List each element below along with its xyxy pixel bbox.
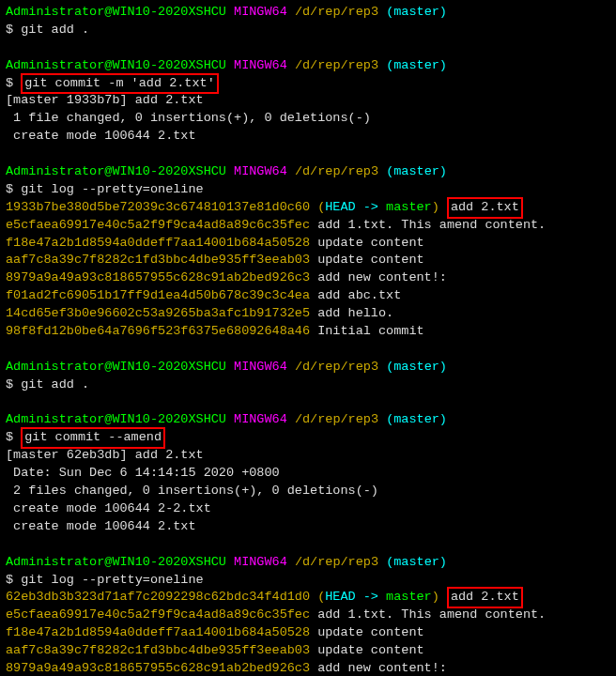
user-host: Administrator@WIN10-2020XSHCU xyxy=(6,164,226,178)
cwd-path: /d/rep/rep3 xyxy=(295,360,378,374)
blank-line xyxy=(6,39,610,57)
git-log-line: 98f8fd12b0be64a7696f523f6375e68092648a46… xyxy=(6,323,610,341)
prompt-dollar: $ xyxy=(6,23,21,37)
git-log-line: e5cfaea69917e40c5a2f9f9ca4ad8a89c6c35fec… xyxy=(6,217,610,235)
commit-hash: 14cd65ef3b0e96602c53a9265ba3afc1b91732e5 xyxy=(6,306,310,320)
command-text: git add . xyxy=(21,23,89,37)
commit-msg: Initial commit xyxy=(310,324,424,338)
shell-tag: MINGW64 xyxy=(234,164,287,178)
commit-hash: aaf7c8a39c7f8282c1fd3bbc4dbe935ff3eeab03 xyxy=(6,253,310,267)
git-log-line: e5cfaea69917e40c5a2f9f9ca4ad8a89c6c35fec… xyxy=(6,607,610,624)
output-line: create mode 100644 2.txt xyxy=(6,518,610,536)
commit-hash: 98f8fd12b0be64a7696f523f6375e68092648a46 xyxy=(6,324,310,338)
user-host: Administrator@WIN10-2020XSHCU xyxy=(6,555,226,569)
output-line: 2 files changed, 0 insertions(+), 0 dele… xyxy=(6,483,610,500)
git-log-line: f18e47a2b1d8594a0ddeff7aa14001b684a50528… xyxy=(6,624,610,642)
prompt-line: Administrator@WIN10-2020XSHCU MINGW64 /d… xyxy=(6,359,610,376)
commit-hash: 8979a9a49a93c818657955c628c91ab2bed926c3 xyxy=(6,270,310,284)
shell-tag: MINGW64 xyxy=(234,5,287,19)
command-text: git log --pretty=oneline xyxy=(21,573,203,587)
commit-msg: add new content!: xyxy=(310,661,447,675)
commit-msg: add hello. xyxy=(310,306,393,320)
branch: (master) xyxy=(386,58,447,72)
branch: (master) xyxy=(386,360,447,374)
output-line: [master 1933b7b] add 2.txt xyxy=(6,92,610,110)
commit-msg: add new content!: xyxy=(310,270,447,284)
highlighted-commit-msg: add 2.txt xyxy=(447,197,523,219)
command-text: git add . xyxy=(21,377,89,392)
commit-hash: aaf7c8a39c7f8282c1fd3bbc4dbe935ff3eeab03 xyxy=(6,643,310,657)
cwd-path: /d/rep/rep3 xyxy=(295,5,378,19)
branch-ref: master xyxy=(386,590,432,604)
cwd-path: /d/rep/rep3 xyxy=(295,58,378,72)
output-line: [master 62eb3db] add 2.txt xyxy=(6,447,610,465)
head-ref: HEAD -> xyxy=(325,590,386,604)
branch: (master) xyxy=(386,555,447,569)
git-log-line: f01ad2fc69051b17ff9d1ea4d50b678c39c3c4ea… xyxy=(6,287,610,305)
commit-hash: f18e47a2b1d8594a0ddeff7aa14001b684a50528 xyxy=(6,236,310,250)
branch-ref: master xyxy=(386,200,432,214)
shell-tag: MINGW64 xyxy=(234,412,287,426)
git-log-line: 14cd65ef3b0e96602c53a9265ba3afc1b91732e5… xyxy=(6,305,610,323)
user-host: Administrator@WIN10-2020XSHCU xyxy=(6,412,226,426)
shell-tag: MINGW64 xyxy=(234,360,287,374)
command-line: $ git commit -m 'add 2.txt' xyxy=(6,75,610,93)
git-log-line: 8979a9a49a93c818657955c628c91ab2bed926c3… xyxy=(6,660,610,676)
commit-hash: f18e47a2b1d8594a0ddeff7aa14001b684a50528 xyxy=(6,625,310,639)
commit-hash: 8979a9a49a93c818657955c628c91ab2bed926c3 xyxy=(6,661,310,675)
command-line: $ git commit --amend xyxy=(6,429,610,447)
output-line: create mode 100644 2.txt xyxy=(6,128,610,146)
terminal-output[interactable]: Administrator@WIN10-2020XSHCU MINGW64 /d… xyxy=(6,4,610,676)
commit-hash: e5cfaea69917e40c5a2f9f9ca4ad8a89c6c35fec xyxy=(6,218,310,232)
prompt-line: Administrator@WIN10-2020XSHCU MINGW64 /d… xyxy=(6,4,610,22)
user-host: Administrator@WIN10-2020XSHCU xyxy=(6,58,226,72)
shell-tag: MINGW64 xyxy=(234,58,287,72)
prompt-dollar: $ xyxy=(6,573,21,587)
prompt-line: Administrator@WIN10-2020XSHCU MINGW64 /d… xyxy=(6,163,610,181)
output-line: create mode 100644 2-2.txt xyxy=(6,500,610,518)
branch: (master) xyxy=(386,412,447,426)
user-host: Administrator@WIN10-2020XSHCU xyxy=(6,360,226,374)
git-log-line: aaf7c8a39c7f8282c1fd3bbc4dbe935ff3eeab03… xyxy=(6,252,610,269)
highlighted-command: git commit -m 'add 2.txt' xyxy=(21,73,219,95)
cwd-path: /d/rep/rep3 xyxy=(295,412,378,426)
commit-msg: add 1.txt. This amend content. xyxy=(310,607,546,622)
commit-msg: update content xyxy=(310,236,424,250)
prompt-dollar: $ xyxy=(6,377,21,392)
commit-msg: update content xyxy=(310,253,424,267)
command-line: $ git add . xyxy=(6,22,610,39)
branch: (master) xyxy=(386,5,447,19)
git-log-line: 8979a9a49a93c818657955c628c91ab2bed926c3… xyxy=(6,269,610,287)
blank-line xyxy=(6,536,610,554)
prompt-dollar: $ xyxy=(6,182,21,196)
prompt-line: Administrator@WIN10-2020XSHCU MINGW64 /d… xyxy=(6,554,610,572)
highlighted-command: git commit --amend xyxy=(21,427,165,449)
branch: (master) xyxy=(386,164,447,178)
commit-msg: add abc.txt xyxy=(310,288,401,302)
prompt-dollar: $ xyxy=(6,430,21,444)
user-host: Administrator@WIN10-2020XSHCU xyxy=(6,5,226,19)
output-line: Date: Sun Dec 6 14:14:15 2020 +0800 xyxy=(6,465,610,483)
command-line: $ git add . xyxy=(6,376,610,394)
highlighted-commit-msg: add 2.txt xyxy=(447,587,523,608)
command-text: git log --pretty=oneline xyxy=(21,182,203,196)
prompt-dollar: $ xyxy=(6,76,21,90)
cwd-path: /d/rep/rep3 xyxy=(295,555,378,569)
commit-hash: f01ad2fc69051b17ff9d1ea4d50b678c39c3c4ea xyxy=(6,288,310,302)
git-log-line: f18e47a2b1d8594a0ddeff7aa14001b684a50528… xyxy=(6,235,610,253)
blank-line xyxy=(6,341,610,359)
output-line: 1 file changed, 0 insertions(+), 0 delet… xyxy=(6,110,610,128)
git-log-line: aaf7c8a39c7f8282c1fd3bbc4dbe935ff3eeab03… xyxy=(6,642,610,660)
blank-line xyxy=(6,146,610,163)
cwd-path: /d/rep/rep3 xyxy=(295,164,378,178)
commit-hash: 62eb3db3b323d71af7c2092298c62bdc34f4d1d0 xyxy=(6,590,310,604)
commit-hash: 1933b7be380d5be72039c3c674810137e81d0c60 xyxy=(6,200,310,214)
git-log-line: 1933b7be380d5be72039c3c674810137e81d0c60… xyxy=(6,199,610,217)
shell-tag: MINGW64 xyxy=(234,555,287,569)
commit-msg: update content xyxy=(310,625,424,639)
blank-line xyxy=(6,394,610,412)
head-ref: HEAD -> xyxy=(325,200,386,214)
commit-msg: add 1.txt. This amend content. xyxy=(310,218,546,232)
git-log-line: 62eb3db3b323d71af7c2092298c62bdc34f4d1d0… xyxy=(6,589,610,607)
commit-hash: e5cfaea69917e40c5a2f9f9ca4ad8a89c6c35fec xyxy=(6,607,310,622)
